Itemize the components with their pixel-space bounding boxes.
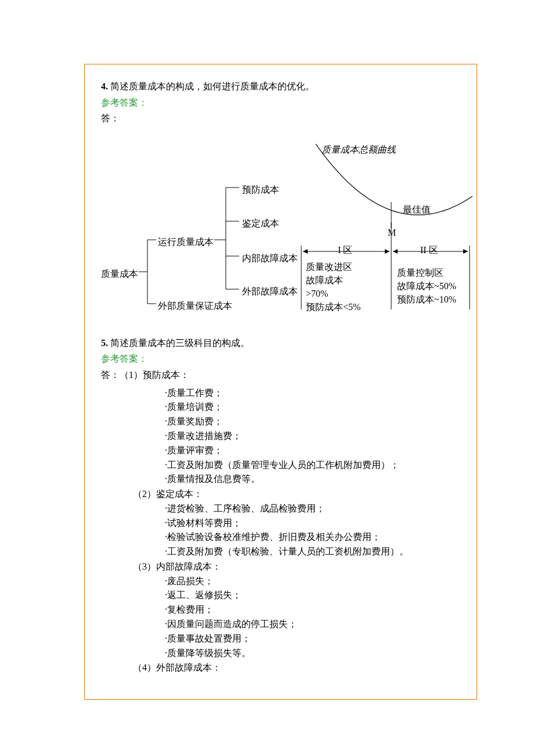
list-item: ·进货检验、工序检验、成品检验费用； [101, 502, 477, 516]
tree-leaf-external-failure: 外部故障成本 [242, 284, 298, 299]
list-item: ·工资及附加费（质量管理专业人员的工作机附加费用）； [101, 458, 477, 473]
page-frame: 4. 简述质量成本的构成，如何进行质量成本的优化。 参考答案： 答： [0, 0, 534, 756]
list-item: ·检验试验设备校准维护费、折旧费及相关办公费用； [101, 530, 477, 545]
q5-section-4-head: （4）外部故障成本： [101, 660, 477, 675]
list-item: ·质量改进措施费； [101, 429, 477, 444]
q5-text: 简述质量成本的三级科目的构成。 [108, 338, 250, 348]
list-item: ·因质量问题而造成的停工损失； [101, 617, 477, 632]
zone-1-line-c: 预防成本<5% [306, 302, 360, 312]
svg-marker-15 [385, 249, 389, 254]
svg-marker-17 [393, 249, 398, 254]
best-value-label: 最佳值 [403, 202, 431, 217]
tree-root: 质量成本 [101, 267, 138, 282]
svg-marker-18 [463, 249, 468, 254]
list-item: ·质量奖励费； [101, 415, 477, 429]
list-item: ·质量情报及信息费等。 [101, 472, 477, 487]
cost-diagram: 质量成本 运行质量成本 外部质量保证成本 预防成本 鉴定成本 内部故障成本 外部… [101, 129, 472, 330]
question-5: 5. 简述质量成本的三级科目的构成。 [101, 336, 477, 351]
q4-number: 4. [101, 81, 108, 91]
zone-1-line-b: >70% [306, 289, 328, 298]
list-item: ·返工、返修损失； [101, 588, 477, 603]
tree-branch-operating: 运行质量成本 [158, 235, 214, 250]
q5-answer-section-1-head: 答：（1）预防成本： [101, 368, 477, 383]
q5-section-2-list: ·进货检验、工序检验、成品检验费用； ·试验材料等费用； ·检验试验设备校准维护… [101, 502, 477, 559]
list-item: ·质量降等级损失等。 [101, 646, 477, 661]
curve-label: 质量成本总额曲线 [322, 142, 396, 157]
list-item: ·试验材料等费用； [101, 516, 477, 531]
list-item: ·废品损失； [101, 574, 477, 589]
m-label: M [388, 225, 396, 240]
q5-number: 5. [101, 338, 108, 348]
zone-2-line-a: 故障成本~50% [397, 281, 456, 291]
zone-1-title: 质量改进区 [306, 262, 352, 272]
zone-2-line-b: 预防成本~10% [397, 294, 456, 304]
list-item: ·质量评审费； [101, 444, 477, 458]
q4-text: 简述质量成本的构成，如何进行质量成本的优化。 [108, 81, 315, 91]
q5-section-3-list: ·废品损失； ·返工、返修损失； ·复检费用； ·因质量问题而造成的停工损失； … [101, 574, 477, 661]
list-item: ·质量事故处置费用； [101, 632, 477, 646]
q5-reference-answer-label: 参考答案： [101, 351, 477, 366]
tree-leaf-prevention: 预防成本 [242, 182, 279, 197]
tree-leaf-appraisal: 鉴定成本 [242, 216, 279, 231]
list-item: ·质量培训费； [101, 400, 477, 415]
q4-reference-answer-label: 参考答案： [101, 95, 477, 110]
q5-section-3-head: （3）内部故障成本： [101, 559, 477, 574]
question-4: 4. 简述质量成本的构成，如何进行质量成本的优化。 [101, 79, 477, 94]
zone-1-label: I 区 [338, 243, 352, 258]
tree-branch-external-assurance: 外部质量保证成本 [158, 298, 232, 314]
q5-section-2-head: （2）鉴定成本： [101, 487, 477, 502]
list-item: ·质量工作费； [101, 386, 477, 401]
zone-2-title: 质量控制区 [397, 268, 443, 278]
q4-answer-label: 答： [101, 111, 477, 126]
list-item: ·工资及附加费（专职检验、计量人员的工资机附加费用）。 [101, 545, 477, 559]
tree-leaf-internal-failure: 内部故障成本 [242, 251, 298, 266]
zone-2-label: II 区 [420, 243, 438, 258]
zone-2-text: 质量控制区 故障成本~50% 预防成本~10% [397, 266, 456, 307]
content-box: 4. 简述质量成本的构成，如何进行质量成本的优化。 参考答案： 答： [84, 64, 477, 700]
list-item: ·复检费用； [101, 603, 477, 617]
q5-section-1-list: ·质量工作费； ·质量培训费； ·质量奖励费； ·质量改进措施费； ·质量评审费… [101, 386, 477, 487]
svg-marker-14 [303, 249, 308, 254]
zone-1-line-a: 故障成本 [306, 275, 343, 285]
zone-1-text: 质量改进区 故障成本 >70% 预防成本<5% [306, 260, 360, 314]
